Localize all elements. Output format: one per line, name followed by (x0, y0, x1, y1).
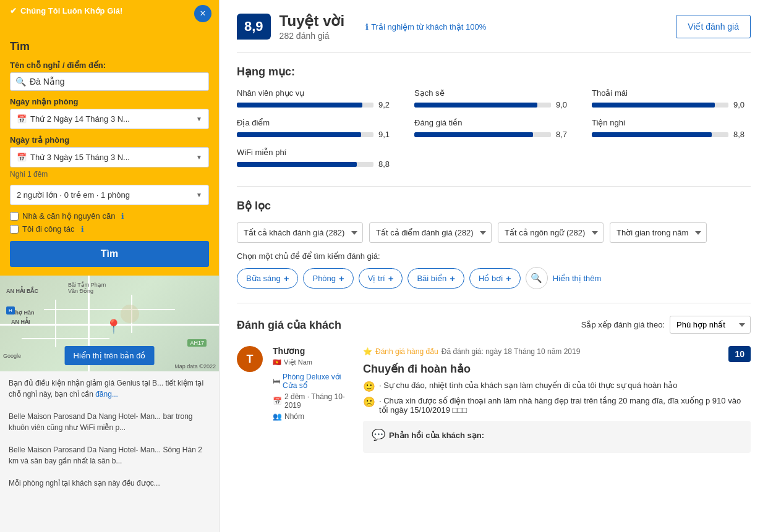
close-label: × (200, 8, 205, 19)
map-label-an-hai-bac: AN HẢI BẮC (6, 288, 38, 294)
topic-tag-vị-trí[interactable]: Vị trí+ (359, 268, 403, 289)
info-circle-icon: ℹ (365, 22, 369, 32)
flag-icon: 🇻🇳 (273, 358, 281, 366)
badge-text: Đánh giá hàng đầu (375, 347, 438, 356)
category-label: Sạch sẽ (414, 88, 573, 98)
business-trip-checkbox[interactable] (10, 225, 19, 234)
search-title: Tìm (10, 40, 209, 53)
topic-tag-bữa-sáng[interactable]: Bữa sáng+ (237, 268, 298, 289)
sidebar-description: Bạn đủ điều kiện nhận giảm giá Genius tạ… (0, 371, 219, 495)
topic-tag-hồ-bơi[interactable]: Hồ bơi+ (469, 268, 521, 289)
chevron-down-icon-3: ▼ (196, 192, 202, 198)
reviews-title: Đánh giá của khách (237, 318, 341, 332)
plus-icon: + (388, 273, 394, 284)
positive-icon: 🙂 (363, 381, 375, 392)
price-match-banner: ✔ Chúng Tôi Luôn Khớp Giá! (0, 0, 219, 22)
write-review-button[interactable]: Viết đánh giá (676, 15, 751, 38)
category-bar-fill (237, 103, 362, 108)
topic-tag-phòng[interactable]: Phòng+ (303, 268, 353, 289)
review-score-badge: 10 (728, 346, 751, 362)
score-left: 8,9 Tuyệt vời 282 đánh giá ℹ Trải nghiệm… (237, 12, 486, 41)
checkin-select[interactable]: 📅 Thứ 2 Ngày 14 Tháng 3 N... ▼ (10, 109, 209, 129)
category-item: Thoải mái 9,0 (592, 88, 751, 109)
entire-home-label: Nhà & căn hộ nguyên căn (22, 211, 115, 221)
category-bar-fill (237, 162, 357, 167)
category-bar-fill (414, 132, 533, 137)
reply-header-text: Phản hồi của khách sạn: (389, 431, 484, 440)
sort-label: Sắp xếp đánh giá theo: (581, 320, 665, 329)
hotel-reply: 💬 Phản hồi của khách sạn: (363, 421, 751, 453)
filter-dropdown-filter-guests[interactable]: Tất cả khách đánh giá (282) (237, 222, 363, 243)
category-bar-bg (237, 132, 373, 137)
topic-tag-bãi-biển[interactable]: Bãi biển+ (407, 268, 464, 289)
category-bar-wrap: 8,7 (414, 130, 573, 139)
filter-dropdown-filter-score[interactable]: Tất cả điểm đánh giá (282) (369, 222, 492, 243)
map-badge-h: H (6, 306, 15, 315)
score-info: Tuyệt vời 282 đánh giá (279, 12, 345, 41)
category-item: Đáng giá tiền 8,7 (414, 118, 573, 139)
categories-title: Hạng mục: (237, 65, 751, 78)
negative-text: · Chưa xin được số điện thoại anh làm nh… (379, 396, 751, 415)
group-type: Nhóm (284, 412, 304, 421)
plus-icon: + (506, 273, 511, 284)
map-background: AN HẢI BẮC Chợ Hàn AN HẢI Bãi Tắm PhạmVă… (0, 276, 219, 371)
category-score: 8,7 (556, 130, 573, 139)
plus-icon: + (339, 273, 344, 284)
guests-select[interactable]: 2 người lớn · 0 trẻ em · 1 phòng ▼ (10, 185, 209, 205)
close-button[interactable]: × (194, 5, 211, 22)
review-negative: 🙁 · Chưa xin được số điện thoại anh làm … (363, 396, 751, 415)
reviews-header: Đánh giá của khách Sắp xếp đánh giá theo… (237, 303, 751, 334)
destination-input-wrap[interactable]: 🔍 (10, 72, 209, 91)
topic-label: Vị trí (368, 274, 385, 283)
topic-label: Phòng (312, 274, 336, 283)
category-score: 9,0 (733, 100, 751, 109)
register-link[interactable]: đăng... (95, 390, 118, 399)
category-bar-bg (414, 103, 551, 108)
filter-section: Bộ lọc Tất cả khách đánh giá (282)Tất cả… (237, 186, 751, 289)
show-map-button[interactable]: Hiển thị trên bản đồ (65, 346, 155, 365)
review-card: T Thương 🇻🇳 Việt Nam 🛏 Phòng Deluxe với … (237, 346, 751, 453)
checkout-select[interactable]: 📅 Thứ 3 Ngày 15 Tháng 3 N... ▼ (10, 147, 209, 167)
review-count: 282 đánh giá (279, 31, 345, 41)
calendar-icon-2: 📅 (17, 153, 27, 162)
destination-input[interactable] (30, 77, 203, 87)
map-badge-ah17: AH17 (187, 339, 207, 347)
checkbox-row-2: Tôi đi công tác ℹ (10, 224, 209, 234)
topic-tags: Bữa sáng+Phòng+Vị trí+Bãi biển+Hồ bơi+🔍 … (237, 267, 751, 289)
topic-label: Bãi biển (417, 274, 446, 283)
category-bar-wrap: 9,1 (237, 130, 396, 139)
filter-dropdowns: Tất cả khách đánh giá (282)Tất cả điểm đ… (237, 222, 751, 243)
checkin-label: Ngày nhận phòng (10, 97, 209, 106)
sort-wrap: Sắp xếp đánh giá theo: Phù hợp nhất Mới … (581, 316, 751, 334)
show-more-link[interactable]: Hiển thị thêm (553, 274, 601, 283)
category-bar-fill (592, 103, 715, 108)
search-box: Tìm Tên chỗ nghỉ / điểm đến: 🔍 Ngày nhận… (0, 22, 219, 276)
google-logo: Google (3, 353, 21, 359)
search-button[interactable]: Tìm (10, 241, 209, 267)
business-trip-label: Tôi đi công tác (22, 224, 75, 234)
entire-home-checkbox[interactable] (10, 212, 19, 221)
category-bar-fill (237, 132, 361, 137)
map-area: AN HẢI BẮC Chợ Hàn AN HẢI Bãi Tắm PhạmVă… (0, 276, 219, 371)
category-label: Địa điểm (237, 118, 396, 127)
map-label-bai-tam: Bãi Tắm PhạmVăn Đồng (68, 282, 106, 294)
sort-select[interactable]: Phù hợp nhất Mới nhất Điểm cao nhất Điểm… (670, 316, 751, 334)
checkmark-icon: ✔ (10, 6, 17, 15)
room-link[interactable]: Phòng Deluxe với Cửa sổ (283, 373, 353, 390)
category-bar-wrap: 9,0 (592, 100, 751, 109)
filter-title: Bộ lọc (237, 199, 751, 213)
filter-dropdown-filter-lang[interactable]: Tất cả ngôn ngữ (282) (498, 222, 604, 243)
chevron-down-icon-2: ▼ (196, 154, 202, 161)
hotel-reply-header: 💬 Phản hồi của khách sạn: (372, 428, 742, 442)
star-icon: ⭐ (363, 347, 372, 356)
topic-search-button[interactable]: 🔍 (526, 267, 548, 289)
category-bar-fill (414, 103, 537, 108)
category-label: Nhân viên phục vụ (237, 88, 396, 98)
filter-dropdown-filter-time[interactable]: Thời gian trong năm (610, 222, 707, 243)
category-bar-bg (592, 103, 728, 108)
room-info: 🛏 Phòng Deluxe với Cửa sổ 📅 2 đêm · Thán… (273, 373, 353, 421)
score-header: 8,9 Tuyệt vời 282 đánh giá ℹ Trải nghiệm… (237, 12, 751, 53)
category-label: Tiện nghi (592, 118, 751, 127)
category-item: Tiện nghi 8,8 (592, 118, 751, 139)
review-positive: 🙂 · Sự chu đáo, nhiệt tình của khách sạn… (363, 381, 751, 392)
